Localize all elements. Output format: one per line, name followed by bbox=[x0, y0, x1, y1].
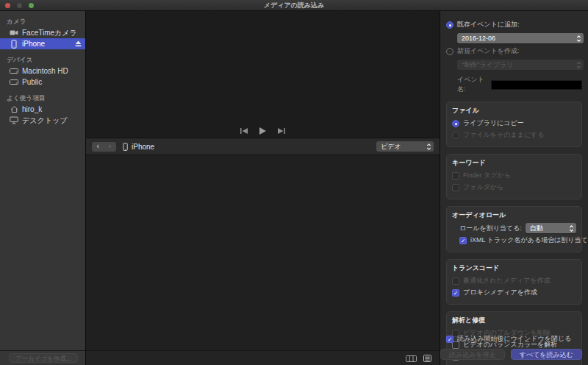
library-popup: "制作"ライブラリ bbox=[457, 60, 584, 70]
eject-icon[interactable] bbox=[75, 40, 82, 49]
sidebar-section-devices: デバイス bbox=[7, 56, 85, 65]
create-optimized-media-option: 最適化されたメディアを作成 bbox=[452, 276, 576, 286]
browser-footer bbox=[86, 350, 440, 365]
sidebar-item-label: iPhone bbox=[22, 40, 45, 48]
stepper-icon bbox=[569, 224, 574, 233]
sidebar-item-iphone[interactable]: iPhone bbox=[0, 38, 85, 49]
device-toolbar: ‹ › iPhone ビデオ bbox=[86, 138, 440, 155]
leave-files-in-place-option: ファイルをそのままにする bbox=[452, 130, 576, 140]
ixml-track-names-option[interactable]: iXML トラック名がある場合は割り当てる bbox=[459, 235, 576, 245]
back-button[interactable]: ‹ bbox=[92, 142, 104, 152]
preview-pane bbox=[86, 11, 440, 138]
clip-browser[interactable] bbox=[86, 155, 440, 350]
sidebar-item-desktop[interactable]: デスクトップ bbox=[0, 115, 85, 126]
iphone-icon bbox=[123, 143, 128, 151]
existing-event-popup[interactable]: 2016-12-06 bbox=[457, 33, 584, 43]
sidebar-item-label: Macintosh HD bbox=[22, 67, 68, 75]
assign-roles-row: ロールを割り当てる: 自動 bbox=[459, 223, 576, 233]
sidebar-section-favorites: よく使う項目 bbox=[7, 94, 85, 103]
sidebar-item-public[interactable]: Public bbox=[0, 77, 85, 88]
source-sidebar: カメラ FaceTimeカメラ iPhone デバイス bbox=[0, 11, 86, 365]
close-window-button[interactable] bbox=[5, 3, 10, 8]
copy-to-library-option[interactable]: ライブラリにコピー bbox=[452, 118, 576, 128]
sidebar-item-label: hiro_k bbox=[22, 105, 42, 113]
checkbox-disabled bbox=[452, 277, 459, 285]
title-bar: メディアの読み込み bbox=[0, 0, 588, 11]
sidebar-item-label: FaceTimeカメラ bbox=[22, 28, 77, 38]
video-camera-icon bbox=[10, 29, 18, 36]
list-view-icon[interactable] bbox=[423, 352, 431, 365]
stepper-icon bbox=[426, 143, 431, 151]
next-frame-button[interactable] bbox=[278, 128, 285, 134]
section-title: 解析と修復 bbox=[452, 316, 576, 325]
add-to-existing-event-option[interactable]: 既存イベントに追加: bbox=[446, 20, 582, 29]
filmstrip-view-icon[interactable] bbox=[406, 352, 417, 365]
section-title: キーワード bbox=[452, 158, 576, 168]
hard-drive-icon bbox=[10, 79, 18, 85]
minimize-window-button bbox=[17, 3, 22, 8]
dialog-buttons: 読み込みを停止 すべてを読み込む bbox=[440, 349, 582, 360]
files-section: ファイル ライブラリにコピー ファイルをそのままにする bbox=[446, 102, 582, 147]
stepper-icon bbox=[576, 61, 581, 69]
event-name-row: イベント名: bbox=[457, 75, 582, 94]
create-archive-button[interactable]: アーカイブを作成... bbox=[9, 353, 78, 363]
sidebar-item-home[interactable]: hiro_k bbox=[0, 104, 85, 115]
assign-roles-label: ロールを割り当てる: bbox=[459, 224, 522, 233]
current-device: iPhone bbox=[123, 143, 154, 151]
keywords-section: キーワード Finder タグから フォルダから bbox=[446, 154, 582, 199]
navigation-buttons: ‹ › bbox=[92, 142, 116, 152]
from-folders-option: フォルダから bbox=[452, 182, 576, 192]
sidebar-item-label: Public bbox=[22, 78, 42, 86]
checkbox-checked[interactable] bbox=[452, 289, 459, 297]
audio-roles-section: オーディオロール ロールを割り当てる: 自動 iXML トラック名がある場合は割… bbox=[446, 206, 582, 252]
create-proxy-media-option[interactable]: プロキシメディアを作成 bbox=[452, 288, 576, 297]
home-icon bbox=[10, 105, 18, 113]
play-button[interactable] bbox=[259, 127, 266, 135]
desktop-icon bbox=[10, 116, 18, 124]
transcode-section: トランスコード 最適化されたメディアを作成 プロキシメディアを作成 bbox=[446, 259, 582, 305]
checkbox-checked[interactable] bbox=[459, 237, 467, 244]
zoom-window-button[interactable] bbox=[29, 3, 34, 8]
sidebar-item-label: デスクトップ bbox=[22, 116, 67, 126]
hard-drive-icon bbox=[10, 68, 18, 74]
event-name-label: イベント名: bbox=[457, 75, 487, 94]
playback-controls bbox=[86, 127, 440, 135]
window-title: メディアの読み込み bbox=[0, 0, 588, 10]
section-title: トランスコード bbox=[452, 263, 576, 273]
sidebar-section-cameras: カメラ bbox=[7, 18, 85, 26]
import-options-panel: 既存イベントに追加: 2016-12-06 新規イベントを作成: "制作"ライブ… bbox=[440, 11, 588, 365]
from-finder-tags-option: Finder タグから bbox=[452, 171, 576, 180]
import-all-button[interactable]: すべてを読み込む bbox=[511, 349, 582, 360]
import-media-window: メディアの読み込み カメラ FaceTimeカメラ iPhone デバイス bbox=[0, 0, 588, 365]
checkbox-checked[interactable] bbox=[446, 336, 453, 343]
stepper-icon bbox=[576, 35, 581, 43]
destination-group: 既存イベントに追加: 2016-12-06 新規イベントを作成: "制作"ライブ… bbox=[445, 20, 584, 94]
previous-frame-button[interactable] bbox=[240, 128, 248, 134]
iphone-icon bbox=[10, 40, 18, 49]
checkbox-disabled bbox=[452, 184, 459, 191]
close-window-after-import-option[interactable]: 読み込み開始後にウインドウを閉じる bbox=[446, 334, 571, 344]
create-new-event-option[interactable]: 新規イベントを作成: bbox=[446, 46, 582, 56]
media-area: ‹ › iPhone ビデオ bbox=[86, 11, 440, 365]
assign-roles-popup[interactable]: 自動 bbox=[526, 223, 576, 233]
radio-selected[interactable] bbox=[452, 120, 459, 127]
stop-import-button: 読み込みを停止 bbox=[440, 349, 505, 360]
sidebar-item-macintosh-hd[interactable]: Macintosh HD bbox=[0, 65, 85, 77]
event-name-input[interactable] bbox=[491, 80, 582, 90]
sidebar-footer: アーカイブを作成... bbox=[0, 350, 85, 365]
section-title: オーディオロール bbox=[452, 210, 576, 220]
radio-selected[interactable] bbox=[446, 21, 453, 29]
section-title: ファイル bbox=[452, 106, 576, 116]
forward-button[interactable]: › bbox=[104, 142, 117, 152]
device-name: iPhone bbox=[132, 143, 154, 151]
media-filter-popup[interactable]: ビデオ bbox=[376, 141, 434, 152]
checkbox-disabled bbox=[452, 172, 459, 180]
sidebar-item-facetime-camera[interactable]: FaceTimeカメラ bbox=[0, 27, 85, 38]
radio-unselected[interactable] bbox=[446, 48, 453, 55]
radio-disabled bbox=[452, 132, 459, 139]
